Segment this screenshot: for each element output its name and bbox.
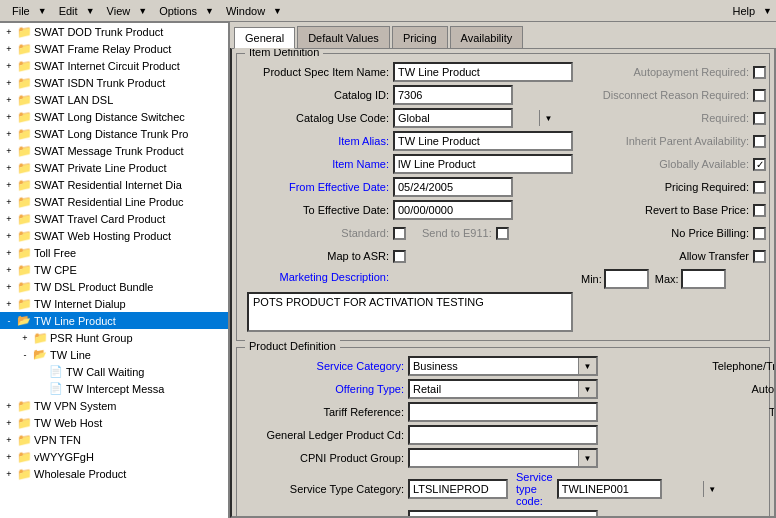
folder-icon: 📁 [16, 262, 32, 278]
menu-edit[interactable]: Edit [51, 3, 86, 19]
cpni-group-dropdown[interactable]: ▼ [578, 450, 596, 466]
tree-item-tw-line-child[interactable]: - 📂 TW Line [0, 346, 228, 363]
catalog-use-code-combo[interactable]: ▼ [393, 108, 513, 128]
pricing-required-checkbox[interactable] [753, 181, 766, 194]
globally-available-row: Globally Available: [581, 154, 766, 174]
offering-type-input[interactable] [410, 381, 578, 397]
tree-item-tw-dsl[interactable]: + 📁 TW DSL Product Bundle [0, 278, 228, 295]
tree-label: TW Call Waiting [66, 366, 144, 378]
tree-item-tw-call-waiting[interactable]: 📄 TW Call Waiting [0, 363, 228, 380]
service-category-input[interactable] [410, 358, 578, 374]
send-e911-checkbox[interactable] [496, 227, 509, 240]
tree-item-swat-frame[interactable]: + 📁 SWAT Frame Relay Product [0, 40, 228, 57]
no-price-billing-checkbox[interactable] [753, 227, 766, 240]
service-type-short-desc-input[interactable] [408, 510, 598, 518]
offering-type-combo[interactable]: ▼ [408, 379, 598, 399]
inherit-parent-checkbox[interactable] [753, 135, 766, 148]
product-spec-input[interactable] [393, 62, 573, 82]
service-type-category-input[interactable] [408, 479, 508, 499]
folder-icon: 📁 [16, 41, 32, 57]
autopayment-checkbox[interactable] [753, 66, 766, 79]
to-date-input[interactable] [393, 200, 513, 220]
tree-item-swat-private[interactable]: + 📁 SWAT Private Line Product [0, 159, 228, 176]
expand-icon: + [2, 144, 16, 158]
tree-item-toll-free[interactable]: + 📁 Toll Free [0, 244, 228, 261]
pricing-required-label: Pricing Required: [581, 181, 753, 193]
cpni-group-combo[interactable]: ▼ [408, 448, 598, 468]
main-container: + 📁 SWAT DOD Trunk Product + 📁 SWAT Fram… [0, 22, 776, 518]
file-arrow: ▼ [38, 6, 47, 16]
tree-item-swat-long-switch[interactable]: + 📁 SWAT Long Distance Switchec [0, 108, 228, 125]
from-date-input[interactable] [393, 177, 513, 197]
revert-base-checkbox[interactable] [753, 204, 766, 217]
allow-transfer-checkbox[interactable] [753, 250, 766, 263]
general-ledger-input[interactable] [408, 425, 598, 445]
globally-available-checkbox[interactable] [753, 158, 766, 171]
tree-item-swat-lan[interactable]: + 📁 SWAT LAN DSL [0, 91, 228, 108]
tree-item-tw-line[interactable]: - 📂 TW Line Product [0, 312, 228, 329]
disconnect-reason-checkbox[interactable] [753, 89, 766, 102]
folder-open-icon: 📂 [32, 347, 48, 363]
tariff-reference-input[interactable] [408, 402, 598, 422]
min-input[interactable] [604, 269, 649, 289]
tab-general[interactable]: General [234, 27, 295, 49]
service-category-dropdown[interactable]: ▼ [578, 358, 596, 374]
tree-item-swat-travel[interactable]: + 📁 SWAT Travel Card Product [0, 210, 228, 227]
tree-label: SWAT LAN DSL [34, 94, 113, 106]
tree-item-swat-internet[interactable]: + 📁 SWAT Internet Circuit Product [0, 57, 228, 74]
tree-item-swat-res-internet[interactable]: + 📁 SWAT Residential Internet Dia [0, 176, 228, 193]
menu-file[interactable]: File [4, 3, 38, 19]
folder-icon: 📁 [16, 109, 32, 125]
tree-item-tw-internet[interactable]: + 📁 TW Internet Dialup [0, 295, 228, 312]
catalog-id-input[interactable] [393, 85, 513, 105]
tree-item-tw-web[interactable]: + 📁 TW Web Host [0, 414, 228, 431]
tree-label: SWAT Internet Circuit Product [34, 60, 180, 72]
standard-checkbox[interactable] [393, 227, 406, 240]
folder-icon: 📁 [16, 415, 32, 431]
item-alias-input[interactable] [393, 131, 573, 151]
tree-item-tw-cpe[interactable]: + 📁 TW CPE [0, 261, 228, 278]
tree-item-swat-long-trunk[interactable]: + 📁 SWAT Long Distance Trunk Pro [0, 125, 228, 142]
tree-item-swat-dod[interactable]: + 📁 SWAT DOD Trunk Product [0, 23, 228, 40]
expand-icon: + [2, 246, 16, 260]
tab-availability[interactable]: Availability [450, 26, 524, 48]
marketing-desc-textarea[interactable]: POTS PRODUCT FOR ACTIVATION TESTING [247, 292, 573, 332]
tree-item-tw-vpn[interactable]: + 📁 TW VPN System [0, 397, 228, 414]
expand-icon: + [2, 59, 16, 73]
required-checkbox[interactable] [753, 112, 766, 125]
combo-dropdown-btn[interactable]: ▼ [539, 110, 557, 126]
tree-item-wholesale[interactable]: + 📁 Wholesale Product [0, 465, 228, 482]
catalog-use-code-input[interactable] [395, 110, 539, 126]
cpni-group-input[interactable] [410, 450, 578, 466]
tree-panel: + 📁 SWAT DOD Trunk Product + 📁 SWAT Fram… [0, 22, 230, 518]
expand-icon: + [2, 280, 16, 294]
tree-item-tw-intercept[interactable]: 📄 TW Intercept Messa [0, 380, 228, 397]
tab-pricing[interactable]: Pricing [392, 26, 448, 48]
menu-view[interactable]: View [99, 3, 139, 19]
tree-item-psr-hunt[interactable]: + 📁 PSR Hunt Group [0, 329, 228, 346]
menu-window[interactable]: Window [218, 3, 273, 19]
tree-label: SWAT Long Distance Trunk Pro [34, 128, 188, 140]
tree-item-swat-isdn[interactable]: + 📁 SWAT ISDN Trunk Product [0, 74, 228, 91]
service-category-combo[interactable]: ▼ [408, 356, 598, 376]
max-input[interactable] [681, 269, 726, 289]
inherit-parent-label: Inherit Parent Availability: [581, 135, 753, 147]
tree-item-vwyygfgh[interactable]: + 📁 vWYYGFgH [0, 448, 228, 465]
menu-options[interactable]: Options [151, 3, 205, 19]
item-name-input[interactable] [393, 154, 573, 174]
required-label: Required: [581, 112, 753, 124]
tree-label: TW Internet Dialup [34, 298, 126, 310]
telephone-trunk-row: Telephone/Trunk Product: [670, 356, 776, 376]
tree-item-swat-web[interactable]: + 📁 SWAT Web Hosting Product [0, 227, 228, 244]
folder-icon: 📁 [16, 126, 32, 142]
offering-type-dropdown[interactable]: ▼ [578, 381, 596, 397]
map-asr-checkbox[interactable] [393, 250, 406, 263]
expand-icon [34, 365, 48, 379]
menu-help[interactable]: Help [724, 3, 763, 19]
tree-item-swat-message[interactable]: + 📁 SWAT Message Trunk Product [0, 142, 228, 159]
folder-icon: 📁 [16, 245, 32, 261]
service-type-code-combo[interactable]: ▼ [557, 479, 662, 499]
tab-default-values[interactable]: Default Values [297, 26, 390, 48]
tree-item-swat-res-line[interactable]: + 📁 SWAT Residential Line Produc [0, 193, 228, 210]
tree-item-vpn-tfn[interactable]: + 📁 VPN TFN [0, 431, 228, 448]
